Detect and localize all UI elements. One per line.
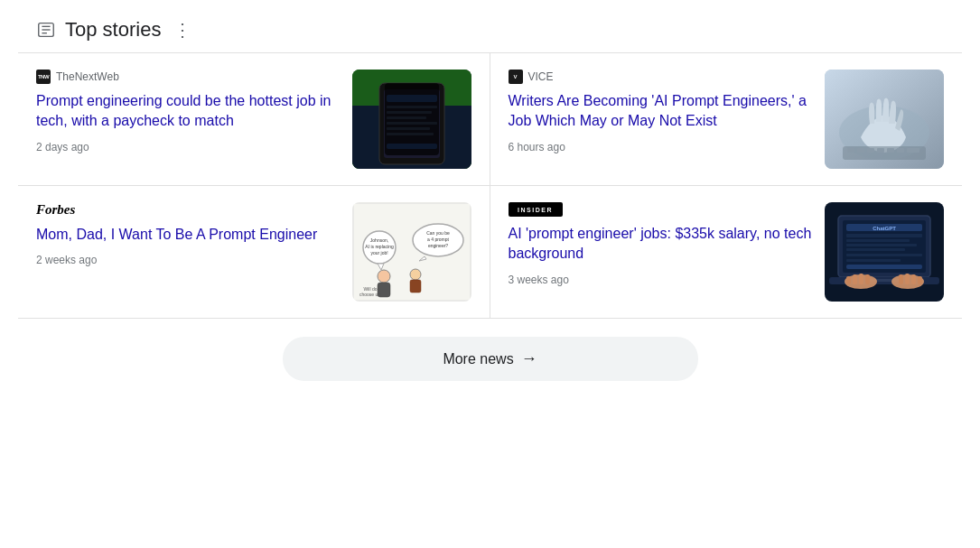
page-title: Top stories	[65, 18, 161, 42]
svg-rect-10	[387, 111, 432, 114]
svg-text:a 4 prompt: a 4 prompt	[427, 237, 450, 242]
story-title-4: AI 'prompt engineer' jobs: $335k salary,…	[509, 224, 813, 265]
svg-rect-61	[846, 276, 851, 284]
svg-text:choose us!: choose us!	[359, 292, 380, 297]
source-logo-forbes: Forbes	[36, 202, 75, 218]
svg-rect-52	[846, 244, 917, 246]
svg-rect-56	[846, 265, 922, 269]
svg-point-41	[410, 269, 421, 280]
svg-text:ChatGPT: ChatGPT	[873, 226, 896, 231]
story-title-3: Mom, Dad, I Want To Be A Prompt Engineer	[36, 225, 340, 245]
story-card-2[interactable]: V VICE Writers Are Becoming 'AI Prompt E…	[490, 53, 963, 186]
source-logo-insider: INSIDER	[509, 202, 563, 217]
svg-rect-62	[853, 274, 857, 284]
svg-rect-15	[387, 144, 437, 149]
svg-rect-9	[387, 106, 437, 108]
story-time-3: 2 weeks ago	[36, 254, 340, 266]
news-icon	[36, 20, 56, 40]
story-content-3: Forbes Mom, Dad, I Want To Be A Prompt E…	[36, 202, 352, 266]
svg-rect-63	[859, 274, 863, 284]
story-content-4: INSIDER AI 'prompt engineer' jobs: $335k…	[509, 202, 826, 286]
svg-text:Can you be: Can you be	[426, 230, 450, 236]
svg-rect-54	[846, 254, 922, 256]
source-row-3: Forbes	[36, 202, 340, 218]
svg-text:your job!: your job!	[370, 250, 387, 255]
svg-rect-23	[877, 148, 884, 153]
svg-rect-8	[387, 95, 437, 102]
story-thumbnail-2	[825, 70, 944, 169]
svg-rect-55	[846, 259, 901, 262]
story-thumbnail-1	[352, 70, 471, 169]
story-title-2: Writers Are Becoming 'AI Prompt Engineer…	[509, 91, 813, 132]
svg-rect-68	[918, 276, 922, 284]
svg-rect-50	[846, 234, 922, 237]
svg-rect-22	[867, 148, 874, 153]
more-news-button[interactable]: More news →	[283, 337, 698, 381]
top-stories-header: Top stories ⋮	[18, 9, 962, 52]
svg-rect-42	[410, 280, 421, 293]
svg-rect-20	[847, 148, 854, 153]
story-thumbnail-3: Johnson, AI is replacing your job! Can y…	[352, 202, 471, 302]
svg-rect-66	[905, 274, 910, 284]
svg-text:Johnson,: Johnson,	[369, 237, 387, 243]
source-row-4: INSIDER	[509, 202, 813, 217]
more-news-label: More news	[443, 351, 513, 367]
more-news-section: More news →	[18, 319, 962, 399]
story-content-1: TNW TheNextWeb Prompt engineering could …	[36, 70, 352, 153]
story-card-4[interactable]: INSIDER AI 'prompt engineer' jobs: $335k…	[490, 186, 963, 319]
svg-rect-24	[887, 148, 894, 153]
source-logo-tnw: TNW	[36, 70, 51, 84]
source-logo-vice: V	[509, 70, 523, 84]
svg-rect-64	[865, 274, 870, 284]
svg-rect-7	[384, 89, 440, 158]
story-title-1: Prompt engineering could be the hottest …	[36, 91, 340, 132]
svg-rect-11	[387, 116, 426, 119]
svg-rect-51	[846, 239, 910, 242]
svg-point-34	[378, 270, 390, 283]
svg-rect-26	[907, 148, 919, 153]
svg-rect-14	[387, 133, 434, 135]
svg-rect-21	[857, 148, 864, 153]
svg-text:AI is replacing: AI is replacing	[365, 244, 394, 249]
svg-text:engineer?: engineer?	[427, 243, 447, 248]
story-content-2: V VICE Writers Are Becoming 'AI Prompt E…	[509, 70, 826, 153]
source-name-2: VICE	[528, 70, 554, 83]
svg-rect-13	[387, 127, 430, 130]
story-card-3[interactable]: Forbes Mom, Dad, I Want To Be A Prompt E…	[18, 186, 490, 319]
menu-dots-icon[interactable]: ⋮	[173, 19, 192, 41]
source-row-1: TNW TheNextWeb	[36, 70, 340, 84]
svg-rect-53	[846, 248, 905, 251]
source-name-1: TheNextWeb	[56, 70, 119, 83]
svg-rect-25	[897, 148, 904, 153]
svg-rect-65	[899, 274, 903, 284]
source-row-2: V VICE	[509, 70, 813, 84]
svg-rect-67	[911, 274, 916, 284]
story-thumbnail-4: ChatGPT	[825, 202, 944, 302]
story-time-4: 3 weeks ago	[509, 274, 813, 286]
arrow-icon: →	[521, 349, 537, 368]
story-time-2: 6 hours ago	[509, 141, 813, 153]
stories-grid: TNW TheNextWeb Prompt engineering could …	[18, 53, 962, 319]
svg-rect-6	[379, 83, 444, 164]
story-time-1: 2 days ago	[36, 141, 340, 153]
svg-rect-12	[387, 122, 437, 125]
story-card-1[interactable]: TNW TheNextWeb Prompt engineering could …	[18, 53, 490, 186]
